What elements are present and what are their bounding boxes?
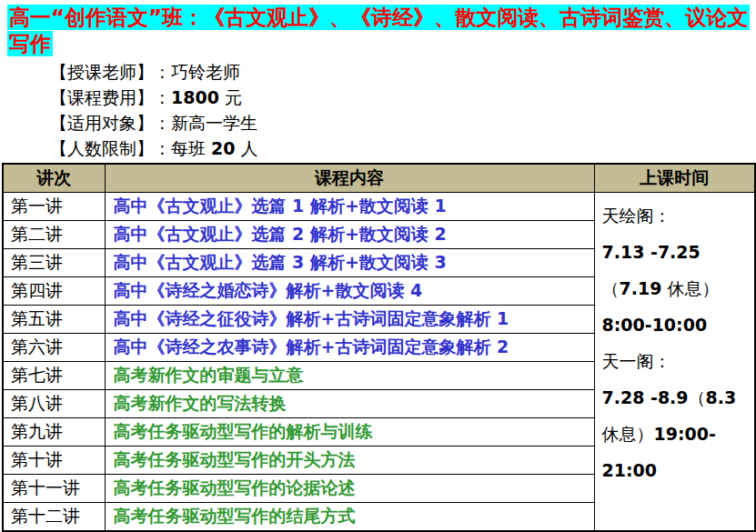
lecture-content: 高中《古文观止》选篇 1 解析+散文阅读 1 [105,193,594,221]
course-schedule-table: 讲次 课程内容 上课时间 第一讲 高中《古文观止》选篇 1 解析+散文阅读 1 … [2,163,756,532]
info-target: 【适用对象】：新高一学生 [50,110,756,136]
course-flyer-page: 高一“创作语文”班：《古文观止》、《诗经》、散文阅读、古诗词鉴赏、议论文写作 【… [0,0,756,532]
header-lecture: 讲次 [3,164,105,193]
table-header-row: 讲次 课程内容 上课时间 [3,164,755,193]
lecture-content: 高考任务驱动型写作的结尾方式 [105,503,594,531]
lecture-number: 第十讲 [3,447,105,475]
lecture-content: 高中《古文观止》选篇 2 解析+散文阅读 2 [105,221,594,249]
lecture-number: 第二讲 [3,221,105,249]
lecture-number: 第一讲 [3,193,105,221]
page-title: 高一“创作语文”班：《古文观止》、《诗经》、散文阅读、古诗词鉴赏、议论文写作 [7,5,751,57]
lecture-content: 高考任务驱动型写作的解析与训练 [105,418,594,447]
lecture-number: 第五讲 [3,306,105,334]
class-time-cell: 天绘阁： 7.13 -7.25（7.19 休息）8:00-10:00 天一阁： … [594,193,755,531]
header-content: 课程内容 [105,164,594,193]
lecture-content: 高中《诗经之征役诗》解析+古诗词固定意象解析 1 [105,306,594,334]
table-row: 第一讲 高中《古文观止》选篇 1 解析+散文阅读 1 天绘阁： 7.13 -7.… [3,193,755,221]
lecture-number: 第三讲 [3,249,105,277]
lecture-number: 第七讲 [3,362,105,390]
schedule-venue-2: 天一阁： [602,343,751,379]
page-title-text: 高一“创作语文”班：《古文观止》、《诗经》、散文阅读、古诗词鉴赏、议论文写作 [7,5,750,56]
lecture-number: 第八讲 [3,390,105,418]
header-time: 上课时间 [594,164,755,193]
lecture-content: 高考新作文的写法转换 [105,390,594,418]
schedule-venue-1: 天绘阁： [602,197,751,234]
lecture-content: 高考新作文的审题与立意 [105,362,594,390]
lecture-number: 第九讲 [3,418,105,447]
lecture-content: 高中《诗经之婚恋诗》解析+散文阅读 4 [105,277,594,306]
lecture-number: 第六讲 [3,334,105,362]
lecture-content: 高中《诗经之农事诗》解析+古诗词固定意象解析 2 [105,334,594,362]
info-fee: 【课程费用】：1800 元 [50,85,756,110]
schedule-dates-1: 7.13 -7.25（7.19 休息）8:00-10:00 [602,234,751,343]
lecture-number: 第十一讲 [3,475,105,503]
lecture-content: 高考任务驱动型写作的开头方法 [105,447,594,475]
lecture-number: 第四讲 [3,277,105,306]
course-info-list: 【授课老师】：巧铃老师 【课程费用】：1800 元 【适用对象】：新高一学生 【… [50,59,756,161]
lecture-content: 高中《古文观止》选篇 3 解析+散文阅读 3 [105,249,594,277]
schedule-dates-2: 7.28 -8.9（8.3 休息）19:00-21:00 [602,379,751,488]
info-teacher: 【授课老师】：巧铃老师 [50,59,756,85]
lecture-number: 第十二讲 [3,503,105,531]
info-limit: 【人数限制】：每班 20 人 [50,136,756,161]
lecture-content: 高考任务驱动型写作的论据论述 [105,475,594,503]
